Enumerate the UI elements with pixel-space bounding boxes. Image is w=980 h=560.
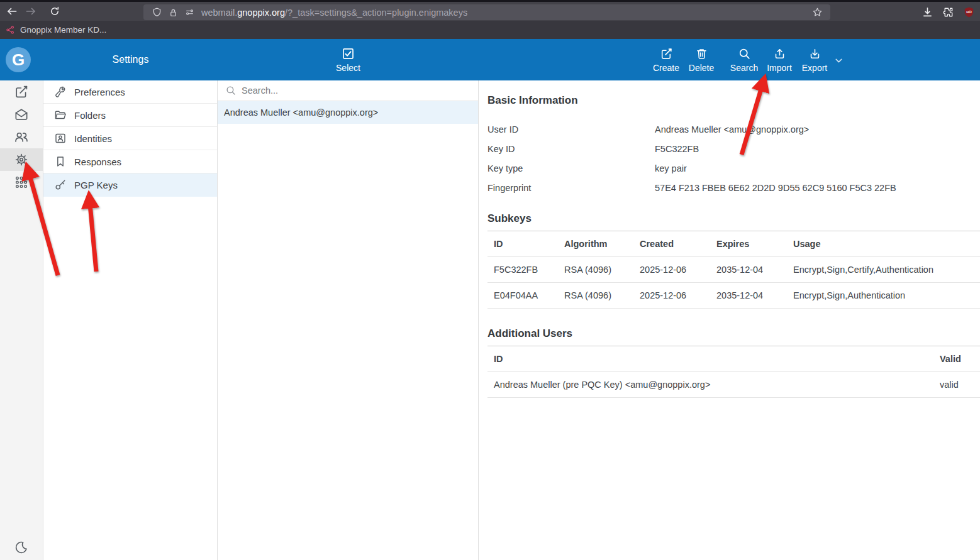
- subkeys-table: ID Algorithm Created Expires Usage F5C32…: [487, 231, 980, 309]
- menu-item-label: Folders: [74, 110, 106, 121]
- export-label: Export: [802, 63, 827, 73]
- browser-tab[interactable]: Gnoppix Member KD...: [0, 21, 980, 39]
- app-header: G Settings Select Create Delete Search I…: [0, 39, 980, 80]
- gnoppix-logo[interactable]: G: [6, 47, 31, 72]
- table-row: F5C322FB RSA (4096) 2025-12-06 2035-12-0…: [487, 257, 980, 283]
- toolbar-actions: Create Delete Search Import Export: [649, 39, 844, 80]
- info-label: User ID: [487, 124, 655, 135]
- moon-icon: [14, 540, 29, 555]
- menu-item-responses[interactable]: Responses: [43, 150, 217, 173]
- basic-information-title: Basic Information: [487, 94, 980, 107]
- info-label: Key type: [487, 163, 655, 173]
- dark-mode-toggle[interactable]: [0, 536, 43, 559]
- select-label: Select: [336, 63, 360, 73]
- menu-item-folders[interactable]: Folders: [43, 104, 217, 127]
- subkeys-title: Subkeys: [487, 212, 980, 225]
- cell-usage: Encrypt,Sign,Authentication: [787, 283, 980, 309]
- column-header: Valid: [933, 346, 980, 372]
- mail-icon: [14, 107, 29, 122]
- column-header: ID: [487, 231, 558, 257]
- folder-icon: [54, 109, 67, 121]
- back-icon: [6, 5, 18, 18]
- select-button[interactable]: Select: [218, 39, 479, 80]
- info-value: F5C322FB: [655, 144, 699, 154]
- sidebar-item-compose[interactable]: [0, 80, 43, 103]
- bookmark-star-icon[interactable]: [809, 4, 825, 20]
- tracking-shield-icon[interactable]: [148, 4, 165, 20]
- permissions-icon[interactable]: [181, 4, 198, 20]
- menu-item-label: Responses: [74, 156, 121, 167]
- id-card-icon: [54, 132, 67, 145]
- chevron-down-icon: [833, 55, 844, 66]
- column-header: Created: [633, 231, 710, 257]
- adblock-badge-button[interactable]: uO: [963, 6, 975, 18]
- column-header: Expires: [710, 231, 787, 257]
- menu-item-identities[interactable]: Identities: [43, 127, 217, 150]
- cell-algorithm: RSA (4096): [558, 283, 633, 309]
- url-bar[interactable]: webmail.gnoppix.org/?_task=settings&_act…: [143, 4, 830, 20]
- menu-item-preferences[interactable]: Preferences: [43, 80, 217, 104]
- url-path: /?_task=settings&_action=plugin.enigmake…: [285, 8, 467, 18]
- back-button[interactable]: [3, 3, 21, 19]
- menu-item-label: Preferences: [74, 87, 125, 97]
- more-actions-button[interactable]: [833, 55, 844, 66]
- additional-users-table: ID Valid Andreas Mueller (pre PQC Key) <…: [487, 346, 980, 398]
- import-icon: [773, 47, 786, 60]
- export-icon: [808, 47, 821, 60]
- cell-usage: Encrypt,Sign,Certify,Authentication: [787, 257, 980, 283]
- export-button[interactable]: Export: [798, 47, 831, 73]
- cell-created: 2025-12-06: [633, 283, 710, 309]
- select-checkbox-icon: [342, 47, 355, 60]
- bookmark-icon: [54, 155, 67, 168]
- create-button[interactable]: Create: [650, 47, 682, 73]
- info-row-user-id: User ID Andreas Mueller <amu@gnoppix.org…: [487, 119, 980, 139]
- sidebar-item-settings[interactable]: [0, 148, 43, 171]
- info-row-key-type: Key type key pair: [487, 158, 980, 178]
- info-row-key-id: Key ID F5C322FB: [487, 139, 980, 158]
- lock-icon[interactable]: [165, 4, 181, 20]
- delete-label: Delete: [689, 63, 714, 73]
- delete-button[interactable]: Delete: [685, 47, 718, 73]
- keys-search-input[interactable]: [242, 85, 478, 96]
- search-icon: [738, 47, 751, 60]
- tab-title: Gnoppix Member KD...: [20, 25, 106, 35]
- keys-search-row: [218, 80, 478, 101]
- sidebar-item-apps[interactable]: [0, 171, 43, 194]
- column-header: Algorithm: [558, 231, 633, 257]
- menu-item-pgp-keys[interactable]: PGP Keys: [43, 173, 217, 197]
- search-button[interactable]: Search: [728, 47, 760, 73]
- cell-user-id: Andreas Mueller (pre PQC Key) <amu@gnopp…: [487, 372, 933, 398]
- additional-users-title: Additional Users: [487, 327, 980, 340]
- forward-button[interactable]: [21, 3, 40, 19]
- puzzle-icon: [942, 6, 954, 18]
- downloads-button[interactable]: [922, 6, 933, 18]
- url-text: webmail.gnoppix.org/?_task=settings&_act…: [201, 8, 467, 18]
- info-label: Key ID: [487, 144, 655, 154]
- url-prefix: webmail.: [201, 8, 237, 18]
- webmail-settings-screen: webmail.gnoppix.org/?_task=settings&_act…: [0, 0, 980, 560]
- settings-menu: Preferences Folders Identities Responses: [43, 80, 218, 560]
- create-label: Create: [653, 63, 679, 73]
- sidebar-item-contacts[interactable]: [0, 126, 43, 148]
- download-icon: [922, 6, 933, 18]
- menu-item-label: PGP Keys: [74, 180, 118, 190]
- page-title: Settings: [43, 39, 218, 80]
- tab-favicon share-nodes-icon: [6, 25, 15, 35]
- cell-id: E04F04AA: [487, 283, 558, 309]
- adblock-shield-icon: uO: [963, 6, 975, 18]
- info-row-fingerprint: Fingerprint 57E4 F213 FBEB 6E62 2D2D 9D5…: [487, 178, 980, 197]
- reload-button[interactable]: [45, 3, 64, 19]
- svg-text:uO: uO: [966, 9, 972, 14]
- sidebar-item-mail[interactable]: [0, 103, 43, 126]
- key-list-item-label: Andreas Mueller <amu@gnoppix.org>: [224, 107, 378, 118]
- forward-icon: [25, 5, 37, 18]
- extensions-button[interactable]: [942, 6, 954, 18]
- list-search-icon: [225, 85, 237, 96]
- column-header: Usage: [787, 231, 980, 257]
- cell-valid: valid: [933, 372, 980, 398]
- compose-icon: [14, 84, 29, 99]
- reload-icon: [49, 6, 60, 17]
- url-domain: gnoppix.org: [237, 8, 285, 18]
- import-button[interactable]: Import: [763, 47, 796, 73]
- key-list-item[interactable]: Andreas Mueller <amu@gnoppix.org>: [218, 101, 478, 124]
